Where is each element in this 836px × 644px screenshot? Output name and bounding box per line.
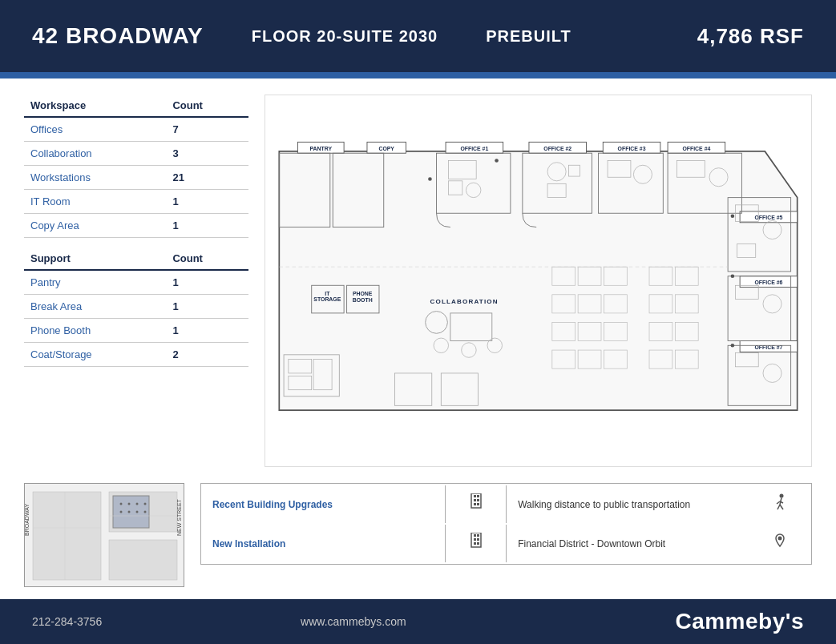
workspace-row-count: 3: [166, 142, 248, 166]
svg-text:OFFICE #5: OFFICE #5: [754, 215, 782, 220]
info-label-1: Recent Building Upgrades: [212, 499, 333, 510]
svg-point-102: [136, 503, 139, 505]
support-row: Break Area1: [24, 295, 248, 319]
support-row: Coat/Storage2: [24, 343, 248, 367]
workspace-row-label: Copy Area: [24, 214, 166, 238]
svg-point-82: [495, 159, 499, 163]
workspace-row-count: 1: [166, 214, 248, 238]
svg-point-106: [136, 511, 139, 513]
svg-rect-114: [477, 503, 479, 505]
svg-point-105: [128, 511, 131, 513]
footer-phone: 212-284-3756: [32, 615, 102, 628]
svg-text:PANTRY: PANTRY: [309, 146, 332, 151]
svg-rect-125: [477, 538, 479, 541]
workspace-row-count: 1: [166, 190, 248, 214]
svg-rect-110: [477, 495, 479, 497]
svg-text:BOOTH: BOOTH: [353, 297, 373, 303]
info-icon-2: [445, 525, 507, 562]
info-desc-1: Walking distance to public transportatio…: [508, 485, 749, 523]
count-col-header: Count: [166, 95, 248, 117]
svg-rect-109: [474, 495, 476, 497]
svg-rect-91: [33, 492, 101, 580]
svg-text:OFFICE #2: OFFICE #2: [543, 146, 571, 151]
svg-text:OFFICE #6: OFFICE #6: [754, 280, 782, 285]
workspace-row: Workstations21: [24, 166, 248, 190]
bottom-section: BROADWAY NEW STREET: [0, 475, 836, 599]
workspace-col-header: Workspace: [24, 95, 166, 117]
header-type: PREBUILT: [486, 27, 571, 46]
header-rsf: 4,786 RSF: [697, 24, 804, 49]
workspace-row-label: Offices: [24, 117, 166, 142]
header-suite: FLOOR 20-SUITE 2030: [252, 27, 438, 46]
svg-point-84: [731, 344, 735, 348]
workspace-table: Workspace Count Offices7Collaboration3Wo…: [24, 95, 248, 367]
svg-text:STORAGE: STORAGE: [313, 296, 341, 302]
svg-text:BROADWAY: BROADWAY: [25, 504, 30, 536]
workspace-row: Copy Area1: [24, 214, 248, 238]
workspace-row-count: 21: [166, 166, 248, 190]
info-row-2: New Installation Financial District - Do…: [203, 525, 810, 562]
support-row: Phone Booth1: [24, 319, 248, 343]
support-count-header: Count: [166, 238, 248, 271]
floor-plan-container: PANTRY COPY OFFICE #1 OFFICE #2: [265, 95, 812, 467]
info-table: Recent Building Upgrades Walking distanc…: [200, 483, 812, 565]
header: 42 BROADWAY FLOOR 20-SUITE 2030 PREBUILT…: [0, 0, 836, 72]
support-row: Pantry1: [24, 270, 248, 295]
svg-rect-123: [477, 534, 479, 537]
info-desc-text-1: Walking distance to public transportatio…: [518, 499, 690, 510]
svg-point-100: [120, 503, 123, 505]
floor-plan-area: PANTRY COPY OFFICE #1 OFFICE #2: [265, 95, 812, 467]
svg-line-119: [777, 501, 780, 504]
svg-rect-124: [474, 538, 476, 541]
page: 42 BROADWAY FLOOR 20-SUITE 2030 PREBUILT…: [0, 0, 836, 644]
workspace-row-label: IT Room: [24, 190, 166, 214]
mini-map: BROADWAY NEW STREET: [24, 483, 184, 587]
svg-point-128: [778, 537, 782, 541]
svg-line-118: [780, 505, 783, 509]
svg-point-107: [144, 511, 147, 513]
support-row-count: 1: [166, 270, 248, 295]
info-label-2: New Installation: [212, 538, 285, 549]
support-row-label: Phone Booth: [24, 319, 166, 343]
svg-point-83: [731, 274, 735, 278]
svg-text:PHONE: PHONE: [353, 291, 373, 296]
svg-point-103: [144, 503, 147, 505]
svg-marker-0: [279, 151, 797, 410]
svg-rect-93: [109, 540, 177, 580]
info-text-2: New Installation: [203, 525, 443, 562]
support-row-count: 1: [166, 295, 248, 319]
workspace-row: Offices7: [24, 117, 248, 142]
footer-brand: Cammeby's: [675, 609, 804, 634]
support-col-header: Support: [24, 238, 166, 271]
header-divider: [0, 72, 836, 78]
svg-line-117: [777, 505, 780, 509]
svg-rect-112: [477, 499, 479, 501]
workspace-row: IT Room1: [24, 190, 248, 214]
info-icon2-2: [751, 525, 810, 562]
info-desc-text-2: Financial District - Downtown Orbit: [518, 538, 665, 549]
info-desc-2: Financial District - Downtown Orbit: [508, 525, 749, 562]
workspace-row-count: 7: [166, 117, 248, 142]
svg-text:OFFICE #1: OFFICE #1: [460, 146, 488, 151]
left-panel: Workspace Count Offices7Collaboration3Wo…: [24, 95, 248, 467]
svg-text:COPY: COPY: [378, 146, 394, 151]
svg-point-101: [128, 503, 131, 505]
info-icon2-1: [751, 485, 810, 523]
svg-rect-94: [113, 496, 149, 528]
floor-plan-svg: PANTRY COPY OFFICE #1 OFFICE #2: [265, 95, 811, 466]
svg-text:COLLABORATION: COLLABORATION: [430, 298, 499, 305]
footer: 212-284-3756 www.cammebys.com Cammeby's: [0, 599, 836, 644]
svg-text:OFFICE #3: OFFICE #3: [618, 146, 646, 151]
footer-website: www.cammebys.com: [301, 615, 406, 628]
svg-point-115: [780, 494, 784, 498]
workspace-row-label: Collaboration: [24, 142, 166, 166]
support-row-count: 1: [166, 319, 248, 343]
svg-text:OFFICE #4: OFFICE #4: [682, 146, 710, 151]
svg-rect-127: [477, 542, 479, 545]
svg-rect-111: [474, 499, 476, 501]
svg-rect-113: [474, 503, 476, 505]
svg-point-81: [428, 177, 432, 181]
info-row-1: Recent Building Upgrades Walking distanc…: [203, 485, 810, 523]
svg-text:NEW STREET: NEW STREET: [176, 498, 182, 536]
svg-point-85: [731, 214, 735, 218]
